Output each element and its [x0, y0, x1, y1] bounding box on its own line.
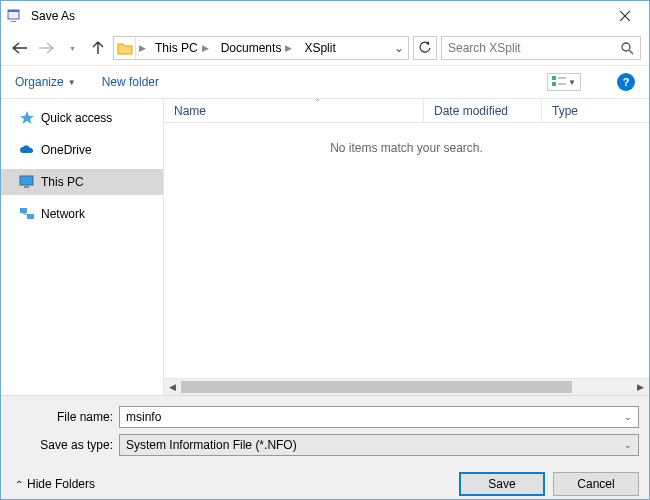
path-dropdown-icon[interactable]: ⌄: [390, 41, 408, 55]
svg-rect-13: [20, 208, 27, 213]
chevron-down-icon[interactable]: ⌄: [624, 440, 632, 450]
view-mode-button[interactable]: ▼: [547, 73, 581, 91]
refresh-button[interactable]: [413, 36, 437, 60]
cancel-button[interactable]: Cancel: [553, 472, 639, 496]
svg-rect-8: [552, 82, 556, 86]
chevron-down-icon[interactable]: ⌄: [624, 412, 632, 422]
search-input[interactable]: Search XSplit: [441, 36, 641, 60]
chevron-right-icon: ▶: [136, 43, 149, 53]
toolbar: Organize▼ New folder ▼ ?: [1, 65, 649, 99]
horizontal-scrollbar[interactable]: ◀ ▶: [164, 378, 649, 395]
sidebar-item-label: Quick access: [41, 111, 112, 125]
nav-row: ▼ ▶ This PC▶ Documents▶ XSplit ⌄ Search …: [1, 31, 649, 65]
sort-indicator-icon: ⌃: [314, 98, 321, 107]
crumb-this-pc[interactable]: This PC▶: [149, 37, 215, 59]
main-area: Quick access OneDrive This PC Network ⌃ …: [1, 99, 649, 395]
save-button[interactable]: Save: [459, 472, 545, 496]
breadcrumb-bar[interactable]: ▶ This PC▶ Documents▶ XSplit ⌄: [113, 36, 409, 60]
bottom-panel: File name: msinfo ⌄ Save as type: System…: [1, 395, 649, 500]
scroll-thumb[interactable]: [181, 381, 572, 393]
network-icon: [19, 207, 35, 221]
column-header-date[interactable]: Date modified: [424, 99, 542, 122]
scroll-left-icon[interactable]: ◀: [164, 379, 181, 396]
column-header-name[interactable]: Name: [164, 99, 424, 122]
crumb-documents[interactable]: Documents▶: [215, 37, 299, 59]
sidebar-item-onedrive[interactable]: OneDrive: [1, 137, 163, 163]
svg-rect-7: [552, 76, 556, 80]
sidebar-item-label: This PC: [41, 175, 84, 189]
sidebar-item-quick-access[interactable]: Quick access: [1, 105, 163, 131]
file-list-pane: ⌃ Name Date modified Type No items match…: [163, 99, 649, 395]
close-button[interactable]: [605, 3, 645, 29]
svg-rect-11: [20, 176, 33, 185]
back-button[interactable]: [9, 37, 31, 59]
app-icon: [5, 6, 25, 26]
svg-point-5: [622, 43, 630, 51]
chevron-up-icon: ⌃: [15, 479, 23, 490]
forward-button[interactable]: [35, 37, 57, 59]
organize-menu[interactable]: Organize▼: [15, 75, 76, 89]
new-folder-button[interactable]: New folder: [102, 75, 159, 89]
star-icon: [19, 110, 35, 126]
window-title: Save As: [31, 9, 75, 23]
view-icon: [552, 76, 566, 88]
column-headers: ⌃ Name Date modified Type: [164, 99, 649, 123]
filetype-select[interactable]: System Information File (*.NFO) ⌄: [119, 434, 639, 456]
svg-rect-12: [24, 186, 29, 188]
cloud-icon: [19, 144, 35, 156]
empty-message: No items match your search.: [164, 123, 649, 378]
svg-rect-2: [11, 21, 16, 22]
help-button[interactable]: ?: [617, 73, 635, 91]
svg-line-6: [629, 50, 633, 54]
crumb-xsplit[interactable]: XSplit: [298, 37, 341, 59]
filetype-label: Save as type:: [11, 438, 119, 452]
filename-label: File name:: [11, 410, 119, 424]
hide-folders-button[interactable]: ⌃ Hide Folders: [15, 477, 95, 491]
title-bar: Save As: [1, 1, 649, 31]
search-placeholder: Search XSplit: [448, 41, 521, 55]
sidebar-item-network[interactable]: Network: [1, 201, 163, 227]
recent-locations-button[interactable]: ▼: [61, 37, 83, 59]
svg-rect-1: [8, 10, 19, 12]
sidebar-item-this-pc[interactable]: This PC: [1, 169, 163, 195]
folder-icon: [114, 37, 136, 59]
sidebar-item-label: Network: [41, 207, 85, 221]
filename-input[interactable]: msinfo ⌄: [119, 406, 639, 428]
search-icon: [621, 42, 634, 55]
scroll-right-icon[interactable]: ▶: [632, 379, 649, 396]
sidebar: Quick access OneDrive This PC Network: [1, 99, 163, 395]
sidebar-item-label: OneDrive: [41, 143, 92, 157]
column-header-type[interactable]: Type: [542, 99, 649, 122]
up-button[interactable]: [87, 37, 109, 59]
monitor-icon: [19, 175, 35, 189]
